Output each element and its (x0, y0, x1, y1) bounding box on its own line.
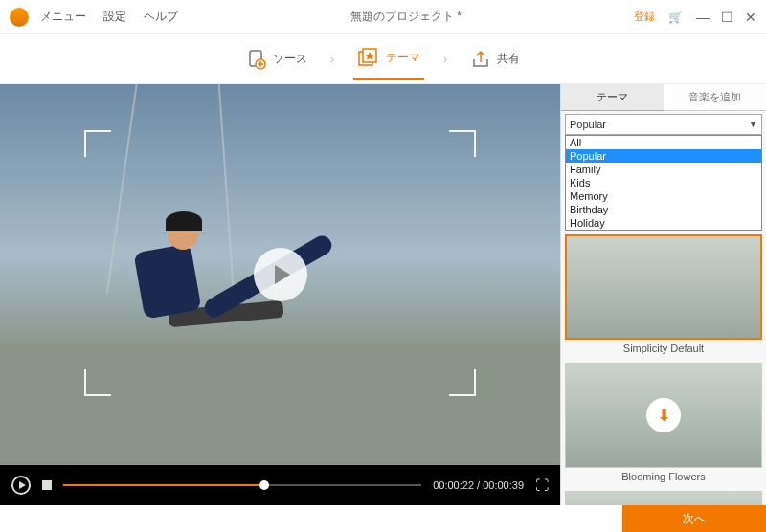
footer-bar: 次へ (0, 505, 766, 532)
theme-thumbnail (565, 234, 762, 340)
theme-card[interactable]: ⬇ (565, 491, 762, 505)
step-label: ソース (273, 51, 307, 67)
theme-thumbnail: ⬇ (565, 491, 762, 505)
project-title: 無題のプロジェクト * (178, 9, 634, 25)
theme-thumbnail: ⬇ (565, 363, 762, 468)
play-overlay-button[interactable] (254, 248, 307, 301)
chevron-right-icon: › (330, 53, 334, 66)
dropdown-list: All Popular Family Kids Memory Birthday … (565, 135, 762, 231)
cart-icon[interactable]: 🛒 (668, 11, 683, 24)
preview-area: 00:00:22 / 00:00:39 ⛶ (0, 84, 560, 505)
step-share[interactable]: 共有 (466, 39, 524, 79)
close-button[interactable]: ✕ (745, 10, 756, 25)
dropdown-option[interactable]: Family (566, 163, 761, 176)
side-panel: テーマ 音楽を追加 Popular ▼ All Popular Family K… (560, 84, 766, 505)
chevron-right-icon: › (443, 53, 447, 66)
fullscreen-icon[interactable]: ⛶ (535, 477, 549, 493)
titlebar: メニュー 設定 ヘルプ 無題のプロジェクト * 登録 🛒 — ☐ ✕ (0, 0, 766, 34)
dropdown-option[interactable]: Popular (566, 149, 761, 163)
tab-theme[interactable]: テーマ (561, 84, 664, 111)
theme-name: Blooming Flowers (565, 468, 762, 485)
tab-music[interactable]: 音楽を追加 (664, 84, 766, 111)
next-button[interactable]: 次へ (622, 505, 766, 532)
dropdown-value: Popular (570, 119, 606, 130)
theme-name: Simplicity Default (565, 340, 762, 357)
app-logo-icon (10, 8, 29, 27)
time-display: 00:00:22 / 00:00:39 (433, 479, 524, 491)
download-icon[interactable]: ⬇ (646, 398, 681, 432)
stop-button[interactable] (42, 480, 52, 490)
minimize-button[interactable]: — (696, 10, 710, 25)
theme-star-icon (357, 47, 380, 68)
step-source[interactable]: ソース (242, 39, 311, 79)
step-label: 共有 (497, 51, 520, 67)
menu-menu[interactable]: メニュー (40, 9, 86, 25)
menu-settings[interactable]: 設定 (103, 9, 126, 25)
theme-card[interactable]: Simplicity Default (565, 234, 762, 357)
video-canvas[interactable] (0, 84, 560, 465)
register-link[interactable]: 登録 (634, 10, 655, 24)
category-dropdown[interactable]: Popular ▼ (565, 114, 762, 135)
dropdown-option[interactable]: All (566, 136, 761, 149)
document-add-icon (246, 49, 267, 70)
dropdown-option[interactable]: Birthday (566, 203, 761, 216)
menu-help[interactable]: ヘルプ (144, 9, 178, 25)
step-label: テーマ (386, 50, 420, 66)
theme-card[interactable]: ⬇ Blooming Flowers (565, 363, 762, 485)
play-button[interactable] (11, 476, 31, 495)
maximize-button[interactable]: ☐ (721, 10, 733, 25)
chevron-down-icon: ▼ (749, 120, 757, 129)
seek-slider[interactable] (63, 484, 421, 486)
dropdown-option[interactable]: Holiday (566, 216, 761, 230)
share-icon (470, 49, 491, 70)
dropdown-option[interactable]: Memory (566, 189, 761, 203)
theme-list: Simplicity Default ⬇ Blooming Flowers ⬇ (561, 231, 766, 505)
dropdown-option[interactable]: Kids (566, 176, 761, 189)
step-nav: ソース › テーマ › 共有 (0, 34, 766, 84)
player-controls: 00:00:22 / 00:00:39 ⛶ (0, 465, 560, 505)
step-theme[interactable]: テーマ (353, 37, 424, 80)
